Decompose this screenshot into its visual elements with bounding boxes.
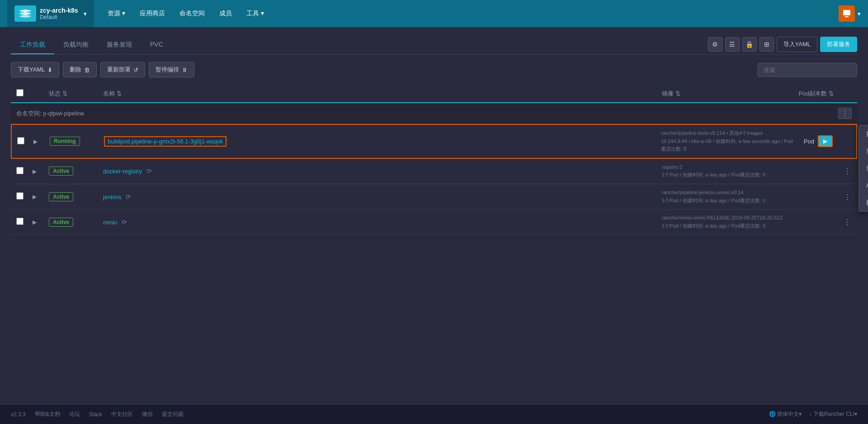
user-dropdown-icon[interactable]: ▾ <box>858 10 861 17</box>
expand-icon-docker[interactable]: ▶ <box>33 168 37 175</box>
namespace-row: 命名空间: p-qfpwl-pipeline ⋮ <box>11 103 857 124</box>
pod-count-col-header[interactable]: Pod副本数 ⇅ <box>797 90 852 98</box>
sort-icon-name: ⇅ <box>117 90 122 97</box>
row-menu-button-docker[interactable]: ⋮ <box>841 165 854 177</box>
pod-count-col-buildpod: Pod ▶ <box>797 135 851 147</box>
tab-service-discovery[interactable]: 服务发现 <box>98 36 141 54</box>
row-checkbox-col-docker <box>16 167 33 176</box>
trash-icon: 🗑 <box>84 67 90 73</box>
image-info-line1-docker: registry:2 <box>662 163 797 172</box>
footer-link-slack[interactable]: Slack <box>89 411 102 418</box>
footer-link-chinese-community[interactable]: 中文社区 <box>111 410 133 418</box>
image-col-minio: rancher/minio-minio:RELEASE.2019-09-25T1… <box>662 214 797 230</box>
sort-icon: ⇅ <box>62 90 67 97</box>
refresh-icon: ↺ <box>133 67 138 73</box>
toolbar-right <box>758 63 857 77</box>
row-checkbox-minio[interactable] <box>16 218 24 225</box>
tab-pvc[interactable]: PVC <box>141 36 172 54</box>
workload-name-link-docker[interactable]: docker-registry <box>103 168 142 175</box>
nav-resources[interactable]: 资源 ▾ <box>101 6 132 21</box>
cluster-dropdown-icon[interactable]: ▾ <box>84 10 87 17</box>
status-col-jenkins: Active <box>49 192 103 201</box>
footer-link-help[interactable]: 帮助&文档 <box>35 410 60 418</box>
row-menu-button-jenkins[interactable]: ⋮ <box>841 191 854 203</box>
workload-name-link-minio[interactable]: minio <box>103 219 117 226</box>
image-info-line2-minio: 1个Pod / 创建时间: a day ago / Pod重启次数: 0 <box>662 222 797 230</box>
expand-col-buildpod[interactable]: ▶ <box>33 138 50 145</box>
status-badge-running: Running <box>50 137 80 146</box>
delete-button[interactable]: 删除 🗑 <box>63 62 97 77</box>
expand-col-jenkins[interactable]: ▶ <box>33 193 49 200</box>
redeploy-button[interactable]: 重新部署 ↺ <box>100 62 145 77</box>
nav-namespace[interactable]: 命名空间 <box>173 6 211 21</box>
api-view-label: API查看 <box>866 181 868 190</box>
nav-right: ▾ <box>839 5 861 22</box>
context-menu-exec-cmd[interactable]: 执行命令行 ≥ <box>859 125 868 143</box>
action-toolbar: 下载YAML ⬇ 删除 🗑 重新部署 ↺ 暂停编排 ⏸ <box>11 62 857 77</box>
workload-name-link-buildpod[interactable]: buildpod.pipeline-p-gmx2t-56.1-3g0j1-wsq… <box>104 136 226 147</box>
footer-link-wechat[interactable]: 微信 <box>142 410 153 418</box>
status-col-header[interactable]: 状态 ⇅ <box>49 90 103 98</box>
footer-link-submit-issue[interactable]: 提交问题 <box>162 410 184 418</box>
image-info-line2-jenkins: 1个Pod / 创建时间: a day ago / Pod重启次数: 0 <box>662 197 797 205</box>
pause-edit-button[interactable]: 暂停编排 ⏸ <box>149 62 194 77</box>
row-checkbox-col-minio <box>16 218 33 226</box>
settings-icon-btn[interactable]: ⚙ <box>708 37 722 52</box>
row-checkbox-jenkins[interactable] <box>16 192 24 200</box>
workload-name-link-jenkins[interactable]: jenkins <box>103 194 121 200</box>
expand-icon-jenkins[interactable]: ▶ <box>33 194 37 200</box>
context-menu-view-logs[interactable]: 查看日志 📄 <box>859 143 868 160</box>
name-col-minio: minio ⟳ <box>103 219 662 226</box>
nav-appstore[interactable]: 应用商店 <box>133 6 171 21</box>
context-menu-edit-yaml[interactable]: 查看/编辑 YAML ✏ <box>859 160 868 177</box>
table-row: ▶ Running buildpod.pipeline-p-gmx2t-56.1… <box>11 124 857 159</box>
status-col-buildpod: Running <box>50 137 104 146</box>
image-info-line1-buildpod: rancher/pipeline-tools:v0.114 • 其他4个imag… <box>661 129 797 138</box>
delete-label: 删除 <box>866 199 868 207</box>
row-menu-button-minio[interactable]: ⋮ <box>841 216 854 228</box>
name-col-header[interactable]: 名称 ⇅ <box>103 90 662 98</box>
sync-icon-docker: ⟳ <box>146 167 152 175</box>
row-checkbox-col <box>17 137 33 146</box>
deploy-service-button[interactable]: 部署服务 <box>820 37 857 52</box>
row-checkbox-col-jenkins <box>16 192 33 201</box>
top-navigation: zcy-arch-k8s Default ▾ 资源 ▾ 应用商店 命名空间 成员… <box>0 0 868 27</box>
user-avatar[interactable] <box>839 5 855 22</box>
context-menu-delete[interactable]: 删除 🗑 <box>859 194 868 211</box>
cluster-env: Default <box>40 14 78 20</box>
pod-action-button[interactable]: ▶ <box>818 135 833 147</box>
expand-col-docker[interactable]: ▶ <box>33 168 49 175</box>
expand-icon-minio[interactable]: ▶ <box>33 219 37 225</box>
image-col-buildpod: rancher/pipeline-tools:v0.114 • 其他4个imag… <box>661 129 797 153</box>
footer-link-forum[interactable]: 论坛 <box>69 410 80 418</box>
download-yaml-button[interactable]: 下载YAML ⬇ <box>11 62 59 77</box>
select-all-checkbox[interactable] <box>16 89 24 96</box>
list-view-btn[interactable]: ☰ <box>725 37 740 52</box>
table-row: ▶ Active docker-registry ⟳ registry:2 1个… <box>11 159 857 184</box>
nav-members[interactable]: 成员 <box>213 6 238 21</box>
expand-icon[interactable]: ▶ <box>33 138 38 145</box>
image-col-header[interactable]: 镜像 ⇅ <box>662 90 797 98</box>
status-badge-active-jenkins: Active <box>49 192 73 201</box>
name-col-buildpod: buildpod.pipeline-p-gmx2t-56.1-3g0j1-wsq… <box>104 136 661 147</box>
download-icon: ⬇ <box>47 67 52 73</box>
search-input[interactable] <box>758 63 857 77</box>
language-selector[interactable]: 🌐 简体中文▾ <box>769 410 802 418</box>
row-checkbox-buildpod[interactable] <box>17 137 24 144</box>
nav-tools[interactable]: 工具 ▾ <box>240 6 270 21</box>
sort-icon-pod: ⇅ <box>829 90 834 97</box>
filter-icon-btn[interactable]: ⊞ <box>760 37 774 52</box>
download-cli-button[interactable]: ↓ 下载Rancher CLI▾ <box>809 410 857 418</box>
row-checkbox-docker[interactable] <box>16 167 24 174</box>
import-yaml-button[interactable]: 导入YAML <box>777 37 817 52</box>
lock-icon-btn[interactable]: 🔒 <box>742 37 757 52</box>
view-logs-label: 查看日志 <box>866 147 868 155</box>
context-menu: 执行命令行 ≥ 查看日志 📄 查看/编辑 YAML ✏ API查看 ⚙ 删除 🗑 <box>859 125 868 212</box>
tab-loadbalancer[interactable]: 负载均衡 <box>54 36 98 54</box>
context-menu-api-view[interactable]: API查看 ⚙ <box>859 177 868 194</box>
namespace-menu-button[interactable]: ⋮ <box>838 108 852 119</box>
expand-col-minio[interactable]: ▶ <box>33 219 49 225</box>
image-info-line1-jenkins: rancher/pipeline-jenkins-server:v0.14 <box>662 189 797 197</box>
pod-label: Pod <box>804 138 814 145</box>
tab-workload[interactable]: 工作负载 <box>11 36 54 54</box>
